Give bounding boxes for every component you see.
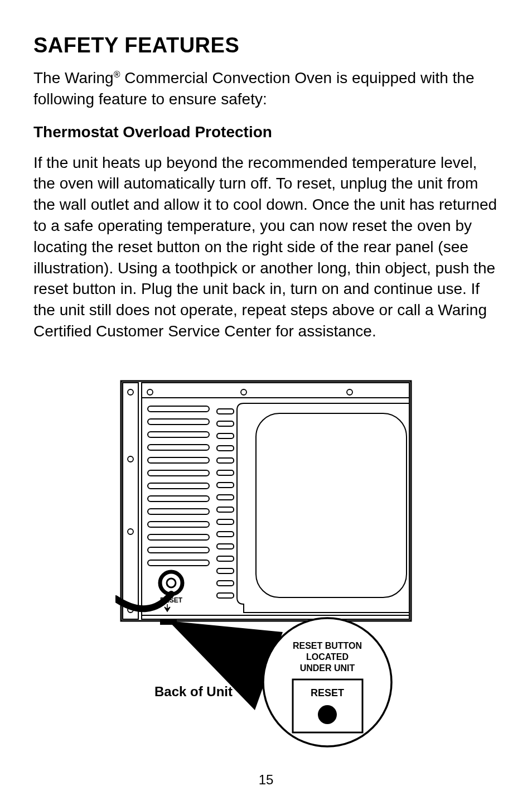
vent-slots-middle bbox=[217, 409, 234, 598]
back-of-unit-label: Back of Unit bbox=[154, 684, 233, 699]
svg-rect-40 bbox=[217, 556, 234, 561]
svg-rect-28 bbox=[217, 409, 234, 414]
svg-rect-38 bbox=[217, 532, 234, 537]
svg-rect-3 bbox=[123, 383, 138, 619]
svg-rect-27 bbox=[148, 560, 209, 566]
svg-rect-39 bbox=[217, 544, 234, 549]
svg-point-11 bbox=[347, 389, 352, 395]
rear-panel-diagram: RESET RESET BUTTON LOCATED UNDER UNIT RE… bbox=[115, 375, 417, 766]
svg-point-45 bbox=[167, 578, 176, 587]
svg-rect-18 bbox=[148, 445, 209, 450]
svg-rect-24 bbox=[148, 522, 209, 527]
svg-rect-37 bbox=[217, 519, 234, 524]
svg-rect-33 bbox=[217, 470, 234, 475]
page-title: SAFETY FEATURES bbox=[33, 33, 499, 57]
svg-rect-26 bbox=[148, 547, 209, 553]
svg-point-6 bbox=[128, 529, 133, 534]
svg-point-10 bbox=[241, 389, 246, 395]
svg-rect-30 bbox=[217, 433, 234, 438]
svg-rect-20 bbox=[148, 470, 209, 476]
svg-rect-16 bbox=[148, 419, 209, 425]
callout-reset-label: RESET bbox=[311, 687, 344, 698]
svg-rect-19 bbox=[148, 457, 209, 463]
intro-pre: The Waring bbox=[33, 69, 114, 86]
svg-point-47 bbox=[263, 618, 391, 746]
svg-rect-36 bbox=[217, 507, 234, 512]
svg-rect-17 bbox=[148, 432, 209, 437]
page-number: 15 bbox=[0, 772, 532, 788]
diagram-container: RESET RESET BUTTON LOCATED UNDER UNIT RE… bbox=[33, 375, 499, 766]
intro-paragraph: The Waring® Commercial Convection Oven i… bbox=[33, 68, 499, 110]
intro-sup: ® bbox=[114, 70, 120, 79]
vent-slots-left bbox=[148, 406, 209, 566]
body-paragraph: If the unit heats up beyond the recommen… bbox=[33, 152, 499, 342]
svg-rect-14 bbox=[256, 413, 407, 597]
svg-rect-34 bbox=[217, 483, 234, 488]
svg-point-9 bbox=[147, 389, 153, 395]
svg-point-5 bbox=[128, 456, 133, 462]
callout-line3: UNDER UNIT bbox=[300, 663, 355, 673]
reset-button-icon bbox=[318, 705, 337, 724]
subheading: Thermostat Overload Protection bbox=[33, 123, 499, 141]
svg-point-4 bbox=[128, 389, 133, 395]
svg-rect-29 bbox=[217, 421, 234, 426]
callout-line1: RESET BUTTON bbox=[293, 641, 362, 650]
svg-rect-25 bbox=[148, 534, 209, 540]
svg-rect-31 bbox=[217, 446, 234, 451]
svg-rect-23 bbox=[148, 509, 209, 514]
svg-rect-32 bbox=[217, 458, 234, 463]
svg-rect-35 bbox=[217, 495, 234, 500]
svg-rect-43 bbox=[217, 593, 234, 598]
svg-rect-42 bbox=[217, 581, 234, 586]
reset-small-label: RESET bbox=[160, 596, 183, 604]
callout-line2: LOCATED bbox=[306, 652, 349, 662]
svg-rect-21 bbox=[148, 483, 209, 489]
svg-rect-22 bbox=[148, 496, 209, 502]
svg-rect-15 bbox=[148, 406, 209, 412]
svg-point-44 bbox=[160, 572, 182, 594]
svg-rect-41 bbox=[217, 568, 234, 573]
